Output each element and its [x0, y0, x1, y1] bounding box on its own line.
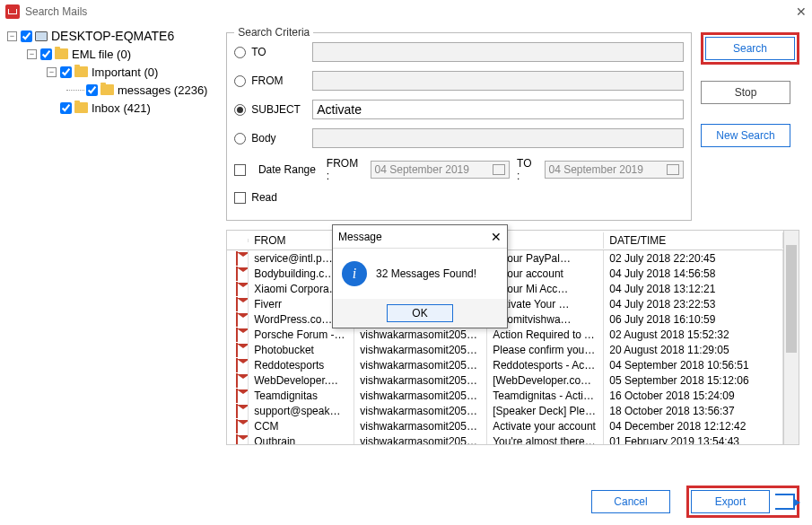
label-to: TO — [251, 46, 312, 58]
mail-icon — [236, 419, 238, 433]
cell-date: 04 September 2018 10:56:51 — [604, 357, 783, 373]
table-row[interactable]: Porsche Forum -…vishwakarmasomit205…Acti… — [227, 327, 783, 342]
mail-icon — [236, 404, 238, 418]
cell-date: 02 August 2018 15:52:32 — [604, 327, 783, 343]
cell-to: vishwakarmasomit205… — [354, 372, 487, 389]
to-field[interactable] — [312, 42, 684, 62]
table-row[interactable]: Reddotesportsvishwakarmasomit205…Reddote… — [227, 357, 783, 372]
table-row[interactable]: Teamdignitasvishwakarmasomit205…Teamdign… — [227, 388, 783, 403]
cell-to: vishwakarmasomit205… — [354, 388, 487, 404]
cell-subject: [WebDeveloper.com… — [487, 372, 604, 389]
col-datetime[interactable]: DATE/TIME — [604, 232, 783, 249]
app-icon — [5, 4, 20, 19]
table-row[interactable]: CCMvishwakarmasomit205…Activate your acc… — [227, 418, 783, 433]
cell-date: 04 December 2018 12:12:42 — [604, 418, 783, 434]
export-button[interactable]: Export — [691, 490, 770, 513]
cell-subject: Action Required to A… — [487, 327, 604, 343]
checkbox-daterange[interactable] — [234, 164, 246, 176]
tree-checkbox[interactable] — [60, 66, 72, 78]
folder-icon — [74, 66, 88, 77]
tree-node[interactable]: − EML file (0) — [7, 45, 217, 63]
tree-label: Important (0) — [92, 66, 158, 79]
scrollbar-thumb[interactable] — [786, 245, 797, 353]
date-to-picker[interactable]: 04 September 2019 — [545, 161, 685, 179]
cancel-button[interactable]: Cancel — [591, 490, 670, 513]
radio-body[interactable] — [234, 133, 246, 144]
titlebar: Search Mails ✕ — [0, 0, 812, 23]
radio-from[interactable] — [234, 75, 246, 87]
label-date-from: FROM : — [327, 157, 363, 182]
label-subject: SUBJECT — [251, 103, 312, 116]
tree-checkbox[interactable] — [21, 31, 32, 42]
cell-to: vishwakarmasomit205… — [354, 327, 487, 343]
tree-node[interactable]: messages (2236) — [7, 81, 217, 99]
cell-from: support@speak… — [249, 403, 354, 419]
search-button[interactable]: Search — [705, 37, 795, 60]
stop-button[interactable]: Stop — [701, 81, 790, 104]
collapse-icon[interactable]: − — [27, 49, 37, 59]
ok-button[interactable]: OK — [387, 304, 453, 322]
from-field[interactable] — [312, 71, 684, 91]
window-title: Search Mails — [25, 5, 87, 18]
radio-subject[interactable] — [234, 104, 246, 116]
new-search-button[interactable]: New Search — [701, 124, 790, 147]
scrollbar[interactable] — [783, 231, 799, 444]
table-row[interactable]: WebDeveloper.…vishwakarmasomit205…[WebDe… — [227, 372, 783, 388]
cell-to: vishwakarmasomit205… — [354, 418, 487, 434]
tree-checkbox[interactable] — [60, 102, 72, 114]
cell-date: 04 July 2018 14:56:58 — [604, 266, 783, 282]
mail-icon — [236, 267, 238, 281]
dialog-titlebar: Message ✕ — [333, 225, 507, 249]
footer: Cancel Export — [0, 477, 812, 525]
body-field[interactable] — [312, 128, 684, 148]
label-daterange: Date Range — [258, 163, 319, 176]
radio-to[interactable] — [234, 47, 246, 58]
cell-date: 04 July 2018 13:12:21 — [604, 281, 783, 297]
folder-icon — [55, 48, 68, 59]
cell-date: 06 July 2018 16:10:59 — [604, 311, 783, 328]
cell-subject: You're almost there! … — [487, 433, 604, 445]
collapse-icon[interactable]: − — [7, 31, 17, 41]
mail-icon — [236, 389, 238, 403]
tree-checkbox[interactable] — [86, 84, 98, 96]
cell-subject: Activate your account — [487, 418, 604, 434]
calendar-icon — [667, 164, 679, 175]
cell-from: Photobucket — [249, 342, 354, 358]
calendar-icon — [493, 164, 505, 175]
tree-checkbox[interactable] — [40, 48, 52, 60]
tree-label: DESKTOP-EQMATE6 — [51, 29, 174, 43]
label-from: FROM — [251, 74, 312, 87]
cell-date: 02 July 2018 22:20:45 — [604, 250, 783, 267]
tree-label: EML file (0) — [72, 48, 131, 61]
folder-icon — [74, 102, 88, 113]
mail-icon — [236, 328, 238, 342]
label-body: Body — [251, 132, 312, 144]
close-icon[interactable]: ✕ — [491, 230, 502, 244]
tree-node[interactable]: Inbox (421) — [7, 99, 217, 117]
table-row[interactable]: Photobucketvishwakarmasomit205…Please co… — [227, 342, 783, 357]
tree-label: Inbox (421) — [92, 101, 151, 115]
cell-date: 01 February 2019 13:54:43 — [604, 433, 783, 445]
table-row[interactable]: support@speak…vishwakarmasomit205…[Speak… — [227, 403, 783, 418]
dialog-text: 32 Messages Found! — [376, 267, 476, 280]
cell-from: Outbrain — [249, 433, 354, 445]
close-icon[interactable]: ✕ — [796, 4, 807, 19]
cell-from: WebDeveloper.… — [249, 372, 354, 389]
cell-subject: [Speaker Deck] Plea… — [487, 403, 604, 419]
tree-node[interactable]: − Important (0) — [7, 63, 217, 81]
table-row[interactable]: Outbrainvishwakarmasomit205…You're almos… — [227, 433, 783, 444]
collapse-icon[interactable]: − — [47, 67, 57, 77]
mail-icon — [236, 434, 238, 445]
cell-subject: Please confirm your … — [487, 342, 604, 358]
cell-to: vishwakarmasomit205… — [354, 403, 487, 419]
checkbox-read[interactable] — [234, 192, 246, 204]
export-icon[interactable] — [775, 494, 795, 510]
subject-field[interactable] — [312, 100, 684, 119]
cell-from: Porsche Forum -… — [249, 327, 354, 343]
date-from-picker[interactable]: 04 September 2019 — [371, 161, 511, 179]
tree-root[interactable]: − DESKTOP-EQMATE6 — [7, 27, 217, 45]
cell-date: 05 September 2018 15:12:06 — [604, 372, 783, 389]
folder-icon — [100, 84, 114, 95]
button-column: Search Stop New Search — [701, 27, 799, 221]
label-date-to: TO : — [517, 157, 537, 182]
